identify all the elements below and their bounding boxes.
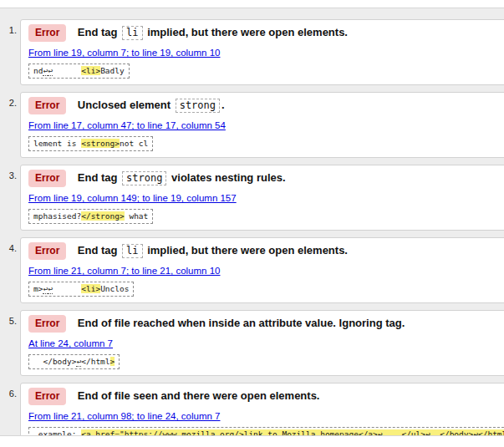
error-badge: Error (28, 170, 66, 187)
snippet-highlight: <strong> (81, 139, 120, 148)
error-number: 4. (3, 243, 17, 253)
error-number: 6. (3, 389, 17, 399)
snippet-text: Unclos (100, 284, 129, 293)
error-badge: Error (28, 315, 66, 333)
message-text: Unclosed element (78, 99, 174, 111)
message-text: End of file seen and there were open ele… (78, 389, 320, 402)
snippet-highlight: <li> (81, 66, 100, 75)
code-snippet: nd↩↩ <li>Badly (28, 63, 130, 79)
error-message: End tag strong violates nesting rules. (78, 171, 286, 184)
snippet-highlight: </strong> (81, 211, 124, 221)
source-location-link[interactable]: From line 21, column 98; to line 24, col… (28, 411, 220, 421)
error-badge: Error (28, 388, 66, 405)
snippet-text: nd↩↩ (33, 66, 81, 76)
message-text: violates nesting rules. (168, 171, 285, 184)
error-badge: Error (28, 24, 66, 42)
code-snippet: mphasised?</strong> what (28, 209, 153, 224)
error-item: 1. Error End tag li implied, but there w… (20, 19, 504, 85)
error-number: 3. (3, 170, 17, 180)
error-message: Unclosed element strong. (78, 99, 225, 111)
snippet-highlight: <li> (81, 284, 100, 293)
message-text: . (221, 99, 225, 111)
snippet-text: </body>↩</html (33, 357, 110, 367)
message-text: End of file reached when inside an attri… (78, 317, 405, 329)
snippet-text: Badly (100, 66, 125, 75)
message-text: End tag (78, 171, 120, 184)
error-number: 1. (3, 25, 17, 35)
error-number: 2. (3, 98, 17, 108)
source-location-link[interactable]: From line 21, column 7; to line 21, colu… (28, 266, 220, 276)
message-text: implied, but there were open elements. (145, 26, 348, 38)
message-code: li (122, 26, 142, 40)
message-code: li (122, 244, 142, 258)
code-snippet: lement is <strong>not cl (28, 136, 153, 151)
error-number: 5. (3, 316, 17, 326)
error-item: 5. Error End of file reached when inside… (20, 310, 504, 376)
snippet-text: not cl (120, 139, 148, 148)
snippet-text: lement is (33, 139, 81, 148)
error-badge: Error (28, 97, 66, 114)
error-message: End of file seen and there were open ele… (78, 389, 320, 402)
error-list: 1. Error End tag li implied, but there w… (0, 8, 504, 447)
message-text: End tag (78, 244, 120, 257)
snippet-text: mphasised? (33, 211, 81, 221)
error-message: End of file reached when inside an attri… (78, 317, 405, 329)
source-location-link[interactable]: From line 19, column 149; to line 19, co… (28, 193, 237, 203)
snippet-highlight: > (110, 357, 115, 366)
error-item: 3. Error End tag strong violates nesting… (20, 165, 504, 231)
message-text: implied, but there were open elements. (145, 244, 348, 257)
source-location-link[interactable]: At line 24, column 7 (28, 338, 113, 348)
error-badge: Error (28, 242, 66, 260)
error-item: 2. Error Unclosed element strong. From l… (20, 92, 504, 158)
source-location-link[interactable]: From line 19, column 7; to line 19, colu… (28, 48, 220, 58)
snippet-text: m>↩↩ (33, 284, 81, 294)
code-snippet: m>↩↩ <li>Unclos (28, 282, 134, 297)
message-text: End tag (78, 26, 120, 38)
snippet-text: what (125, 211, 149, 221)
error-item: 4. Error End tag li implied, but there w… (20, 237, 504, 303)
message-code: strong (122, 171, 166, 185)
source-location-link[interactable]: From line 17, column 47; to line 17, col… (28, 120, 226, 130)
error-message: End tag li implied, but there were open … (78, 26, 348, 38)
error-message: End tag li implied, but there were open … (78, 244, 348, 257)
top-strip (0, 0, 504, 8)
message-code: strong (176, 99, 220, 113)
code-snippet: </body>↩</html> (28, 354, 120, 369)
bottom-strip (0, 435, 504, 447)
